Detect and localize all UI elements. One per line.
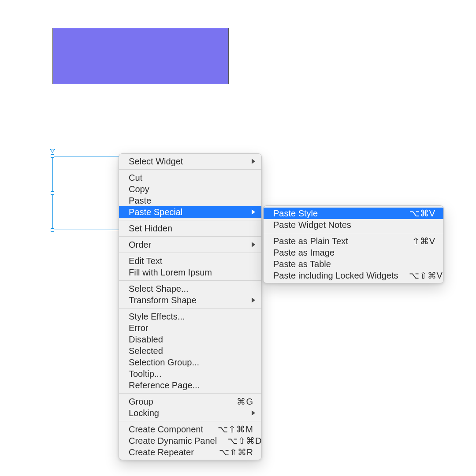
menu-label: Paste including Locked Widgets: [273, 271, 398, 281]
menu-shortcut: ⌥⇧⌘V: [409, 270, 443, 281]
menu-item-disabled[interactable]: Disabled: [119, 334, 261, 345]
menu-item-create-repeater[interactable]: Create Repeater ⌥⇧⌘R: [119, 446, 261, 458]
menu-label: Create Repeater: [129, 447, 208, 457]
menu-separator: [119, 280, 261, 281]
menu-item-order[interactable]: Order: [119, 239, 261, 250]
menu-label: Group: [129, 397, 226, 407]
menu-label: Selected: [129, 346, 253, 356]
menu-separator: [119, 308, 261, 309]
menu-label: Copy: [129, 184, 253, 194]
menu-item-paste[interactable]: Paste: [119, 195, 261, 206]
resize-handle-top-left[interactable]: [51, 154, 54, 158]
menu-label: Select Widget: [129, 156, 253, 167]
canvas-rectangle-widget[interactable]: [52, 28, 229, 84]
menu-shortcut: ⇧⌘V: [412, 236, 435, 246]
menu-label: Tooltip...: [129, 369, 253, 379]
menu-label: Paste: [129, 196, 253, 206]
menu-item-selection-group[interactable]: Selection Group...: [119, 357, 261, 368]
menu-shortcut: ⌥⇧⌘M: [218, 424, 253, 435]
menu-label: Set Hidden: [129, 223, 253, 234]
submenu-arrow-icon: [252, 209, 255, 215]
menu-item-copy[interactable]: Copy: [119, 183, 261, 195]
menu-label: Select Shape...: [129, 284, 253, 294]
menu-label: Paste as Plain Text: [273, 236, 402, 246]
submenu-arrow-icon: [252, 410, 255, 416]
menu-label: Paste as Table: [273, 259, 435, 269]
menu-item-group[interactable]: Group ⌘G: [119, 396, 261, 407]
menu-item-transform-shape[interactable]: Transform Shape: [119, 294, 261, 306]
menu-label: Transform Shape: [129, 295, 253, 305]
menu-separator: [119, 169, 261, 170]
submenu-item-paste-table[interactable]: Paste as Table: [264, 258, 443, 270]
menu-label: Paste as Image: [273, 248, 435, 258]
menu-shortcut: ⌘G: [237, 396, 253, 407]
menu-label: Order: [129, 240, 253, 250]
menu-item-cut[interactable]: Cut: [119, 172, 261, 183]
resize-handle-middle-left[interactable]: [51, 191, 54, 195]
menu-item-tooltip[interactable]: Tooltip...: [119, 368, 261, 379]
menu-label: Create Component: [129, 424, 207, 435]
menu-label: Paste Style: [273, 208, 399, 219]
menu-label: Create Dynamic Panel: [129, 436, 217, 446]
menu-item-select-widget[interactable]: Select Widget: [119, 156, 261, 167]
menu-separator: [119, 236, 261, 237]
menu-separator: [264, 233, 443, 233]
menu-label: Fill with Lorem Ipsum: [129, 268, 253, 278]
menu-item-create-dynamic-panel[interactable]: Create Dynamic Panel ⌥⇧⌘D: [119, 435, 261, 446]
submenu-arrow-icon: [252, 242, 255, 247]
submenu-item-paste-widget-notes[interactable]: Paste Widget Notes: [264, 219, 443, 231]
menu-shortcut: ⌥⌘V: [409, 208, 435, 219]
menu-item-edit-text[interactable]: Edit Text: [119, 255, 261, 267]
menu-label: Disabled: [129, 335, 253, 345]
menu-item-paste-special[interactable]: Paste Special: [119, 206, 261, 218]
menu-separator: [119, 220, 261, 220]
menu-label: Edit Text: [129, 256, 253, 266]
submenu-item-paste-plain-text[interactable]: Paste as Plain Text ⇧⌘V: [264, 235, 443, 247]
menu-item-fill-lorem[interactable]: Fill with Lorem Ipsum: [119, 267, 261, 278]
menu-label: Error: [129, 323, 253, 333]
menu-shortcut: ⌥⇧⌘D: [227, 435, 262, 446]
menu-item-create-component[interactable]: Create Component ⌥⇧⌘M: [119, 424, 261, 435]
rotation-handle-icon[interactable]: [50, 149, 55, 153]
menu-label: Paste Special: [129, 207, 253, 217]
resize-handle-bottom-left[interactable]: [51, 228, 54, 232]
submenu-item-paste-locked-widgets[interactable]: Paste including Locked Widgets ⌥⇧⌘V: [264, 270, 443, 281]
menu-separator: [119, 253, 261, 253]
menu-label: Selection Group...: [129, 357, 253, 368]
menu-label: Style Effects...: [129, 312, 253, 322]
menu-shortcut: ⌥⇧⌘R: [219, 447, 253, 457]
menu-item-style-effects[interactable]: Style Effects...: [119, 311, 261, 322]
menu-label: Cut: [129, 173, 253, 183]
menu-item-set-hidden[interactable]: Set Hidden: [119, 223, 261, 234]
menu-item-reference-page[interactable]: Reference Page...: [119, 379, 261, 391]
submenu-arrow-icon: [252, 159, 255, 164]
menu-separator: [119, 393, 261, 394]
paste-special-submenu: Paste Style ⌥⌘V Paste Widget Notes Paste…: [263, 205, 444, 283]
context-menu: Select Widget Cut Copy Paste Paste Speci…: [119, 153, 262, 460]
menu-item-select-shape[interactable]: Select Shape...: [119, 283, 261, 294]
menu-item-locking[interactable]: Locking: [119, 407, 261, 419]
menu-separator: [119, 421, 261, 421]
submenu-item-paste-image[interactable]: Paste as Image: [264, 247, 443, 258]
menu-label: Paste Widget Notes: [273, 220, 435, 230]
menu-label: Locking: [129, 408, 253, 418]
submenu-arrow-icon: [252, 298, 255, 303]
menu-item-selected[interactable]: Selected: [119, 345, 261, 357]
menu-item-error[interactable]: Error: [119, 322, 261, 334]
menu-label: Reference Page...: [129, 380, 253, 390]
submenu-item-paste-style[interactable]: Paste Style ⌥⌘V: [264, 208, 443, 219]
